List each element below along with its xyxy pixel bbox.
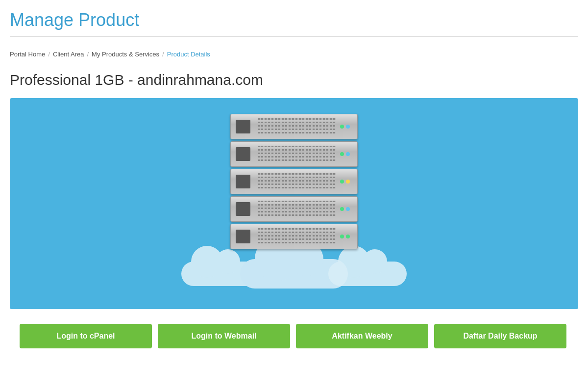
vent-line	[258, 232, 336, 233]
daftar-daily-backup-button[interactable]: Daftar Daily Backup	[434, 324, 566, 348]
breadcrumb-product-details[interactable]: Product Details	[167, 51, 210, 58]
breadcrumb-sep-3: /	[162, 51, 164, 58]
page-title: Manage Product	[10, 10, 578, 30]
server-vents-4	[258, 201, 336, 218]
server-lights-5	[340, 235, 350, 238]
vent-line	[258, 238, 336, 240]
vent-line	[258, 122, 336, 123]
vent-line	[258, 228, 336, 230]
server-vents-3	[258, 173, 336, 191]
status-light-green	[340, 180, 344, 184]
status-light-blue	[346, 152, 350, 156]
vent-line	[258, 184, 336, 185]
vent-line	[258, 149, 336, 151]
breadcrumb-portal-home[interactable]: Portal Home	[10, 51, 45, 58]
server-lights-1	[340, 125, 350, 129]
breadcrumb: Portal Home / Client Area / My Products …	[0, 47, 588, 62]
breadcrumb-sep-2: /	[87, 51, 89, 58]
status-light-green	[346, 235, 350, 238]
vent-line	[258, 177, 336, 178]
server-unit-5	[230, 224, 358, 249]
vent-line	[258, 159, 336, 161]
vent-line	[258, 125, 336, 127]
vent-line	[258, 211, 336, 212]
vent-line	[258, 132, 336, 133]
server-unit-1	[230, 114, 358, 139]
header-divider	[10, 36, 578, 37]
server-lights-3	[340, 180, 350, 184]
login-cpanel-button[interactable]: Login to cPanel	[20, 324, 152, 348]
vent-line	[258, 129, 336, 130]
vent-line	[258, 153, 336, 154]
vent-line	[258, 214, 336, 216]
vent-line	[258, 156, 336, 158]
page-header: Manage Product	[0, 0, 588, 47]
server-unit-2	[230, 141, 358, 167]
status-light-yellow	[346, 180, 350, 184]
vent-line	[258, 235, 336, 237]
vent-line	[258, 204, 336, 206]
vent-line	[258, 180, 336, 182]
server-stack	[230, 114, 358, 249]
vent-line	[258, 187, 336, 188]
status-light-blue	[346, 207, 350, 211]
status-light-green	[340, 235, 344, 238]
login-webmail-button[interactable]: Login to Webmail	[158, 324, 290, 348]
server-vents-2	[258, 146, 336, 163]
server-lights-2	[340, 152, 350, 156]
vent-line	[258, 173, 336, 175]
vent-line	[258, 146, 336, 147]
aktifkan-weebly-button[interactable]: Aktifkan Weebly	[296, 324, 428, 348]
server-vents-5	[258, 228, 336, 246]
action-buttons: Login to cPanel Login to Webmail Aktifka…	[10, 324, 578, 348]
server-unit-3	[230, 169, 358, 194]
product-title: Professional 1GB - andinrahmana.com	[10, 72, 578, 88]
cloud-right	[328, 262, 407, 286]
vent-line	[258, 118, 336, 120]
server-illustration	[172, 114, 416, 289]
status-light-green	[340, 125, 344, 129]
status-light-green	[340, 207, 344, 211]
vent-line	[258, 208, 336, 209]
status-light-green	[340, 152, 344, 156]
server-vents-1	[258, 118, 336, 136]
breadcrumb-client-area[interactable]: Client Area	[53, 51, 84, 58]
server-lights-4	[340, 207, 350, 211]
product-banner	[10, 98, 578, 309]
status-light-blue	[346, 125, 350, 129]
main-content: Professional 1GB - andinrahmana.com	[0, 62, 588, 358]
breadcrumb-sep-1: /	[48, 51, 50, 58]
breadcrumb-my-products[interactable]: My Products & Services	[92, 51, 159, 58]
vent-line	[258, 242, 336, 243]
vent-line	[258, 201, 336, 202]
server-unit-4	[230, 196, 358, 222]
